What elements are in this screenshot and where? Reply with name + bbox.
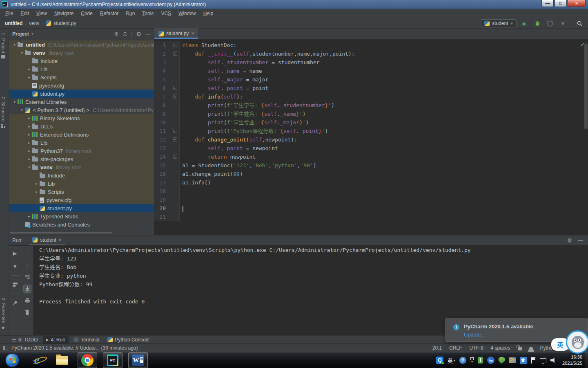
tree-row-student-py[interactable]: student.py <box>9 90 154 98</box>
tool-button-todo[interactable]: 6: TODO <box>9 336 41 343</box>
tree-row-scripts[interactable]: ▸Scripts <box>9 73 154 81</box>
antivirus-shield-icon[interactable] <box>499 357 505 364</box>
tree-row-extended-definitions[interactable]: ▸Extended Definitions <box>9 130 154 139</box>
restore-button[interactable] <box>555 0 567 7</box>
tree-chevron-right-icon[interactable]: ▸ <box>33 182 40 186</box>
close-icon[interactable]: × <box>59 238 62 242</box>
indent-indicator[interactable]: 4 spaces <box>491 345 510 351</box>
code-line-18[interactable]: 18 <box>154 187 588 195</box>
rerun-button[interactable]: ▶ <box>11 249 19 257</box>
close-icon[interactable]: × <box>191 31 194 36</box>
tree-chevron-down-icon[interactable]: ▾ <box>19 108 25 112</box>
tree-row-dlls[interactable]: ▸DLLs <box>9 122 154 130</box>
code-line-17[interactable]: 17a1.info() <box>154 178 588 187</box>
code-line-10[interactable]: 10 print(f'学生专业: {self._major}') <box>154 118 588 127</box>
tree-row-lib[interactable]: ▸Lib <box>9 65 154 73</box>
hp-tray-icon[interactable]: hp <box>487 357 494 364</box>
line-ending-indicator[interactable]: CRLF <box>449 345 462 351</box>
menu-item-navigate[interactable]: Navigate <box>51 10 77 17</box>
hide-panel-button[interactable]: — <box>578 237 583 243</box>
tool-button-run[interactable]: ▶4: Run <box>43 336 69 343</box>
run-tab-student[interactable]: student × <box>29 236 65 245</box>
language-indicator[interactable]: 英▾ <box>448 357 455 364</box>
tree-chevron-right-icon[interactable]: ▸ <box>26 149 32 153</box>
menu-item-tools[interactable]: Tools <box>138 10 157 17</box>
run-button[interactable]: ▶ <box>520 19 529 28</box>
gutter-fold-area[interactable]: ⌐ <box>166 127 180 135</box>
gear-icon[interactable]: ⚙ <box>136 31 141 37</box>
fold-open-icon[interactable]: − <box>173 137 177 141</box>
tree-row-typeshed-stubs[interactable]: ▸Typeshed Stubs <box>9 212 154 220</box>
tree-chevron-right-icon[interactable]: ▸ <box>26 141 32 145</box>
tree-chevron-right-icon[interactable]: ▸ <box>26 116 32 120</box>
tree-chevron-down-icon[interactable]: ▾ <box>19 51 25 55</box>
tree-row-include[interactable]: Include <box>9 57 154 65</box>
ime-help-icon[interactable]: ? <box>459 357 466 364</box>
menu-item-code[interactable]: Code <box>77 10 96 17</box>
menu-item-edit[interactable]: Edit <box>17 10 33 17</box>
code-line-20[interactable]: 20 <box>154 204 588 213</box>
code-line-1[interactable]: 1−class StudentDoc: <box>154 41 588 49</box>
tree-row-scripts[interactable]: ▸Scripts <box>9 188 154 196</box>
toolwindow-toggle-icon[interactable] <box>3 346 8 350</box>
gutter-fold-area[interactable]: ⌐ <box>166 84 180 92</box>
search-everywhere-button[interactable] <box>575 19 584 28</box>
code-line-7[interactable]: 7− def info(self): <box>154 92 588 101</box>
menu-item-view[interactable]: View <box>33 10 51 17</box>
menu-item-refactor[interactable]: Refactor <box>96 10 122 17</box>
tree-row-venv[interactable]: ▾venvlibrary root <box>9 163 154 171</box>
locate-file-button[interactable]: ⊕ <box>114 31 119 37</box>
code-line-14[interactable]: 14⌐ return newpoint <box>154 153 588 161</box>
qq-tray-icon[interactable]: Q <box>436 357 443 364</box>
scroll-to-end-button[interactable] <box>23 285 31 293</box>
menu-item-run[interactable]: Run <box>122 10 138 17</box>
code-line-21[interactable]: 21 <box>154 213 588 221</box>
inspection-profile-icon[interactable] <box>529 347 533 350</box>
code-line-12[interactable]: 12− def change_point(self,newpoint): <box>154 135 588 144</box>
tree-row-external-libraries[interactable]: ▾External Libraries <box>9 98 154 106</box>
tree-chevron-down-icon[interactable]: ▾ <box>26 165 32 169</box>
tool-button-favorites[interactable]: 2: Favorites ★ <box>1 295 6 333</box>
status-message[interactable]: PyCharm 2020.1.5 available: // Update...… <box>11 345 138 351</box>
code-line-8[interactable]: 8 print(f'学生学号: {self._studentnumber}') <box>154 101 588 110</box>
tree-row-scratches-and-consoles[interactable]: Scratches and Consoles <box>9 220 154 229</box>
chevron-down-icon[interactable]: ▾ <box>31 31 34 36</box>
code-editor[interactable]: 1−class StudentDoc:2− def __init__(self,… <box>154 41 588 221</box>
tree-chevron-right-icon[interactable]: ▸ <box>26 157 32 161</box>
tree-row-lib[interactable]: ▸Lib <box>9 180 154 188</box>
taskbar-ie[interactable]: e <box>27 352 47 368</box>
fold-open-icon[interactable]: − <box>173 94 177 99</box>
qq-floating-avatar[interactable] <box>566 330 588 354</box>
start-button[interactable] <box>2 352 22 368</box>
clear-console-button[interactable] <box>23 308 31 316</box>
tree-chevron-right-icon[interactable]: ▸ <box>26 132 32 137</box>
down-stacktrace-button[interactable]: ↓ <box>23 261 31 269</box>
fold-open-icon[interactable]: − <box>173 52 177 56</box>
menu-item-file[interactable]: File <box>2 10 17 17</box>
code-line-11[interactable]: 11⌐ print(f'Python课程分数: {self._point}') <box>154 127 588 135</box>
unlock-icon[interactable] <box>518 347 522 350</box>
run-configuration-select[interactable]: student ▾ <box>481 19 517 27</box>
code-line-15[interactable]: 15a1 = StudentDoc('123','Bob','python','… <box>154 161 588 170</box>
network-icon[interactable] <box>540 358 546 363</box>
close-button[interactable]: × <box>568 0 586 7</box>
action-center-flag-icon[interactable] <box>531 357 536 364</box>
gutter-fold-area[interactable]: ⌐ <box>166 153 180 161</box>
taskbar-explorer[interactable] <box>52 352 72 368</box>
horizontal-scrollbar[interactable] <box>10 232 112 233</box>
code-line-5[interactable]: 5 self._major = major <box>154 75 588 84</box>
tree-row--python-3-7-untitled-[interactable]: ▾< Python 3.7 (untitled) >C:\Users\Admin… <box>9 106 154 114</box>
show-hidden-icons[interactable]: ▾ <box>470 357 474 363</box>
tree-row-include[interactable]: Include <box>9 171 154 180</box>
taskbar-word[interactable]: W <box>128 352 148 368</box>
code-line-2[interactable]: 2− def __init__(self,studentnumber,name,… <box>154 49 588 58</box>
breadcrumb-item[interactable]: venv <box>29 20 39 26</box>
taskbar-chrome[interactable] <box>78 352 97 368</box>
gear-icon[interactable]: ⚙ <box>567 238 572 243</box>
tree-chevron-right-icon[interactable]: ▸ <box>26 214 32 218</box>
tree-chevron-down-icon[interactable]: ▾ <box>11 43 18 47</box>
menu-item-vcs[interactable]: VCS <box>157 10 175 17</box>
fold-end-icon[interactable]: ⌐ <box>173 86 177 90</box>
tool-button-python-console[interactable]: Python Console <box>104 336 153 343</box>
tree-chevron-down-icon[interactable]: ▾ <box>11 100 18 104</box>
